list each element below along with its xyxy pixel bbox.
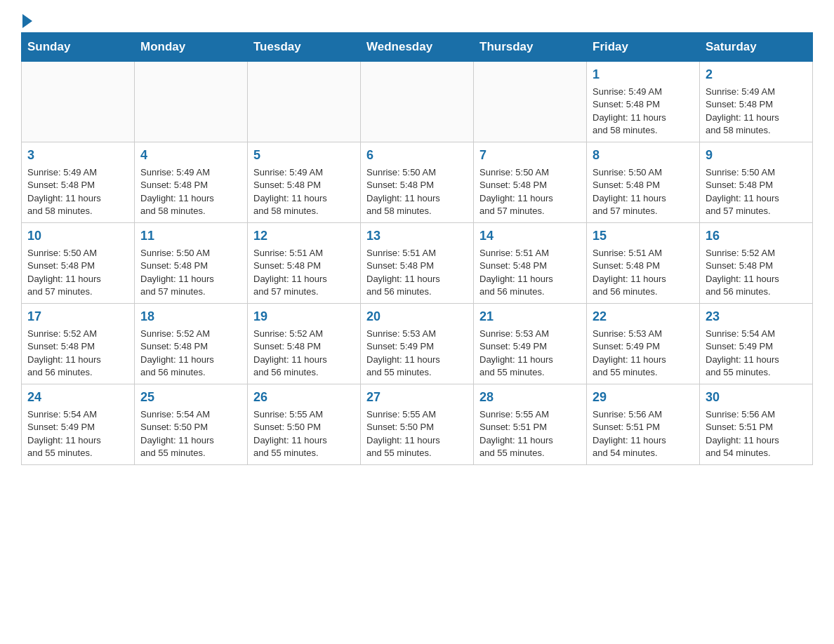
page-header bbox=[21, 14, 813, 25]
calendar-cell: 12Sunrise: 5:51 AMSunset: 5:48 PMDayligh… bbox=[248, 223, 361, 304]
day-info: Sunrise: 5:50 AMSunset: 5:48 PMDaylight:… bbox=[140, 247, 241, 298]
calendar-cell: 3Sunrise: 5:49 AMSunset: 5:48 PMDaylight… bbox=[22, 142, 135, 223]
day-number: 16 bbox=[706, 227, 807, 245]
calendar-cell: 10Sunrise: 5:50 AMSunset: 5:48 PMDayligh… bbox=[22, 223, 135, 304]
day-info: Sunrise: 5:54 AMSunset: 5:49 PMDaylight:… bbox=[27, 408, 128, 459]
calendar-cell: 9Sunrise: 5:50 AMSunset: 5:48 PMDaylight… bbox=[700, 142, 813, 223]
day-info: Sunrise: 5:52 AMSunset: 5:48 PMDaylight:… bbox=[140, 328, 241, 379]
day-number: 20 bbox=[366, 308, 468, 326]
day-number: 25 bbox=[140, 389, 241, 406]
calendar-header-saturday: Saturday bbox=[700, 33, 813, 62]
day-number: 19 bbox=[253, 308, 355, 326]
day-number: 8 bbox=[593, 147, 694, 164]
day-info: Sunrise: 5:56 AMSunset: 5:51 PMDaylight:… bbox=[706, 408, 807, 459]
day-info: Sunrise: 5:50 AMSunset: 5:48 PMDaylight:… bbox=[366, 166, 468, 217]
day-info: Sunrise: 5:51 AMSunset: 5:48 PMDaylight:… bbox=[366, 247, 468, 298]
day-number: 15 bbox=[593, 227, 694, 245]
day-info: Sunrise: 5:53 AMSunset: 5:49 PMDaylight:… bbox=[593, 328, 694, 379]
calendar-cell: 29Sunrise: 5:56 AMSunset: 5:51 PMDayligh… bbox=[587, 384, 700, 465]
calendar-cell: 19Sunrise: 5:52 AMSunset: 5:48 PMDayligh… bbox=[248, 304, 361, 384]
calendar-cell: 14Sunrise: 5:51 AMSunset: 5:48 PMDayligh… bbox=[474, 223, 587, 304]
day-info: Sunrise: 5:55 AMSunset: 5:51 PMDaylight:… bbox=[479, 408, 581, 459]
day-info: Sunrise: 5:49 AMSunset: 5:48 PMDaylight:… bbox=[706, 86, 807, 137]
day-number: 28 bbox=[479, 389, 581, 406]
calendar-cell bbox=[474, 62, 587, 142]
day-number: 17 bbox=[27, 308, 128, 326]
day-number: 1 bbox=[593, 66, 694, 83]
calendar-cell: 11Sunrise: 5:50 AMSunset: 5:48 PMDayligh… bbox=[135, 223, 248, 304]
day-info: Sunrise: 5:53 AMSunset: 5:49 PMDaylight:… bbox=[479, 328, 581, 379]
day-number: 30 bbox=[706, 389, 807, 406]
calendar-cell bbox=[135, 62, 248, 142]
logo-triangle-icon bbox=[22, 14, 32, 28]
calendar-cell: 24Sunrise: 5:54 AMSunset: 5:49 PMDayligh… bbox=[22, 384, 135, 465]
calendar-cell: 8Sunrise: 5:50 AMSunset: 5:48 PMDaylight… bbox=[587, 142, 700, 223]
calendar-cell: 7Sunrise: 5:50 AMSunset: 5:48 PMDaylight… bbox=[474, 142, 587, 223]
day-info: Sunrise: 5:51 AMSunset: 5:48 PMDaylight:… bbox=[253, 247, 355, 298]
day-number: 18 bbox=[140, 308, 241, 326]
day-info: Sunrise: 5:52 AMSunset: 5:48 PMDaylight:… bbox=[706, 247, 807, 298]
day-number: 26 bbox=[253, 389, 355, 406]
calendar-header-row: SundayMondayTuesdayWednesdayThursdayFrid… bbox=[22, 33, 813, 62]
calendar-cell: 20Sunrise: 5:53 AMSunset: 5:49 PMDayligh… bbox=[361, 304, 474, 384]
calendar-cell: 22Sunrise: 5:53 AMSunset: 5:49 PMDayligh… bbox=[587, 304, 700, 384]
day-info: Sunrise: 5:50 AMSunset: 5:48 PMDaylight:… bbox=[27, 247, 128, 298]
calendar-cell: 4Sunrise: 5:49 AMSunset: 5:48 PMDaylight… bbox=[135, 142, 248, 223]
day-number: 11 bbox=[140, 227, 241, 245]
day-info: Sunrise: 5:52 AMSunset: 5:48 PMDaylight:… bbox=[253, 328, 355, 379]
calendar-cell bbox=[248, 62, 361, 142]
day-number: 9 bbox=[706, 147, 807, 164]
day-info: Sunrise: 5:49 AMSunset: 5:48 PMDaylight:… bbox=[593, 86, 694, 137]
calendar-week-row-2: 3Sunrise: 5:49 AMSunset: 5:48 PMDaylight… bbox=[22, 142, 813, 223]
day-info: Sunrise: 5:51 AMSunset: 5:48 PMDaylight:… bbox=[479, 247, 581, 298]
day-number: 21 bbox=[479, 308, 581, 326]
day-number: 7 bbox=[479, 147, 581, 164]
day-number: 6 bbox=[366, 147, 468, 164]
day-number: 22 bbox=[593, 308, 694, 326]
calendar-week-row-3: 10Sunrise: 5:50 AMSunset: 5:48 PMDayligh… bbox=[22, 223, 813, 304]
calendar-header-wednesday: Wednesday bbox=[361, 33, 474, 62]
day-info: Sunrise: 5:56 AMSunset: 5:51 PMDaylight:… bbox=[593, 408, 694, 459]
calendar-cell: 6Sunrise: 5:50 AMSunset: 5:48 PMDaylight… bbox=[361, 142, 474, 223]
calendar-week-row-1: 1Sunrise: 5:49 AMSunset: 5:48 PMDaylight… bbox=[22, 62, 813, 142]
day-info: Sunrise: 5:49 AMSunset: 5:48 PMDaylight:… bbox=[140, 166, 241, 217]
calendar-header-thursday: Thursday bbox=[474, 33, 587, 62]
day-info: Sunrise: 5:51 AMSunset: 5:48 PMDaylight:… bbox=[593, 247, 694, 298]
calendar-cell: 26Sunrise: 5:55 AMSunset: 5:50 PMDayligh… bbox=[248, 384, 361, 465]
day-info: Sunrise: 5:49 AMSunset: 5:48 PMDaylight:… bbox=[27, 166, 128, 217]
day-info: Sunrise: 5:50 AMSunset: 5:48 PMDaylight:… bbox=[479, 166, 581, 217]
calendar-cell: 21Sunrise: 5:53 AMSunset: 5:49 PMDayligh… bbox=[474, 304, 587, 384]
calendar-week-row-4: 17Sunrise: 5:52 AMSunset: 5:48 PMDayligh… bbox=[22, 304, 813, 384]
day-number: 29 bbox=[593, 389, 694, 406]
calendar-week-row-5: 24Sunrise: 5:54 AMSunset: 5:49 PMDayligh… bbox=[22, 384, 813, 465]
calendar-cell: 1Sunrise: 5:49 AMSunset: 5:48 PMDaylight… bbox=[587, 62, 700, 142]
day-number: 4 bbox=[140, 147, 241, 164]
calendar-cell bbox=[361, 62, 474, 142]
day-info: Sunrise: 5:53 AMSunset: 5:49 PMDaylight:… bbox=[366, 328, 468, 379]
day-number: 13 bbox=[366, 227, 468, 245]
logo bbox=[21, 14, 38, 25]
calendar-header-monday: Monday bbox=[135, 33, 248, 62]
day-number: 3 bbox=[27, 147, 128, 164]
day-number: 23 bbox=[706, 308, 807, 326]
calendar-cell: 18Sunrise: 5:52 AMSunset: 5:48 PMDayligh… bbox=[135, 304, 248, 384]
day-info: Sunrise: 5:50 AMSunset: 5:48 PMDaylight:… bbox=[593, 166, 694, 217]
day-info: Sunrise: 5:52 AMSunset: 5:48 PMDaylight:… bbox=[27, 328, 128, 379]
calendar-cell: 16Sunrise: 5:52 AMSunset: 5:48 PMDayligh… bbox=[700, 223, 813, 304]
day-number: 12 bbox=[253, 227, 355, 245]
calendar-cell: 2Sunrise: 5:49 AMSunset: 5:48 PMDaylight… bbox=[700, 62, 813, 142]
day-info: Sunrise: 5:49 AMSunset: 5:48 PMDaylight:… bbox=[253, 166, 355, 217]
day-number: 10 bbox=[27, 227, 128, 245]
day-info: Sunrise: 5:55 AMSunset: 5:50 PMDaylight:… bbox=[253, 408, 355, 459]
calendar-cell: 27Sunrise: 5:55 AMSunset: 5:50 PMDayligh… bbox=[361, 384, 474, 465]
calendar-cell: 17Sunrise: 5:52 AMSunset: 5:48 PMDayligh… bbox=[22, 304, 135, 384]
day-info: Sunrise: 5:54 AMSunset: 5:49 PMDaylight:… bbox=[706, 328, 807, 379]
day-number: 24 bbox=[27, 389, 128, 406]
day-info: Sunrise: 5:54 AMSunset: 5:50 PMDaylight:… bbox=[140, 408, 241, 459]
calendar-cell: 25Sunrise: 5:54 AMSunset: 5:50 PMDayligh… bbox=[135, 384, 248, 465]
calendar-cell: 15Sunrise: 5:51 AMSunset: 5:48 PMDayligh… bbox=[587, 223, 700, 304]
calendar-cell: 5Sunrise: 5:49 AMSunset: 5:48 PMDaylight… bbox=[248, 142, 361, 223]
calendar-cell: 28Sunrise: 5:55 AMSunset: 5:51 PMDayligh… bbox=[474, 384, 587, 465]
calendar-header-friday: Friday bbox=[587, 33, 700, 62]
calendar-cell: 30Sunrise: 5:56 AMSunset: 5:51 PMDayligh… bbox=[700, 384, 813, 465]
